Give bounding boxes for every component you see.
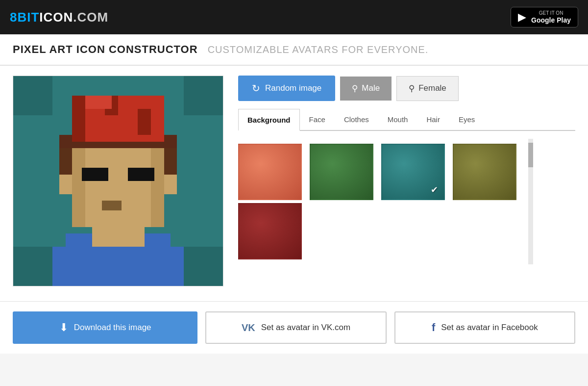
facebook-button[interactable]: f Set as avatar in Facebook bbox=[394, 311, 575, 344]
facebook-icon: f bbox=[432, 321, 435, 334]
tab-clothes[interactable]: Clothes bbox=[335, 109, 378, 130]
title-bar: PIXEL ART ICON CONSTRUCTOR CUSTOMIZABLE … bbox=[0, 34, 588, 66]
category-tabs: Background Face Clothes Mouth Hair Eyes bbox=[238, 109, 575, 131]
female-label: Female bbox=[418, 83, 446, 93]
logo-icon-text: ICON bbox=[39, 10, 73, 25]
svg-rect-20 bbox=[85, 96, 112, 109]
action-bar: ⬇ Download this image VK Set as avatar i… bbox=[0, 301, 588, 354]
swatch-dark-red[interactable] bbox=[238, 203, 302, 259]
top-buttons-row: ↻ Random image ⚲ Male ⚲ Female bbox=[238, 76, 575, 101]
tab-background[interactable]: Background bbox=[238, 109, 300, 131]
tab-hair[interactable]: Hair bbox=[417, 109, 449, 130]
svg-rect-11 bbox=[151, 142, 164, 227]
svg-rect-7 bbox=[157, 247, 184, 286]
scrollbar-thumb[interactable] bbox=[528, 143, 533, 167]
download-label: Download this image bbox=[74, 323, 151, 333]
svg-rect-24 bbox=[164, 175, 177, 194]
random-image-button[interactable]: ↻ Random image bbox=[238, 76, 335, 101]
svg-rect-12 bbox=[82, 168, 108, 181]
female-button[interactable]: ⚲ Female bbox=[396, 76, 459, 101]
google-play-icon: ▶ bbox=[518, 11, 526, 24]
main-content: ↻ Random image ⚲ Male ⚲ Female Backgroun… bbox=[0, 66, 588, 301]
male-icon: ⚲ bbox=[352, 83, 358, 94]
male-button[interactable]: ⚲ Male bbox=[340, 77, 392, 101]
svg-rect-23 bbox=[59, 175, 73, 194]
svg-rect-13 bbox=[128, 168, 154, 181]
svg-rect-2 bbox=[184, 76, 223, 115]
svg-rect-3 bbox=[13, 247, 52, 286]
swatch-olive[interactable] bbox=[453, 144, 516, 200]
vk-icon: VK bbox=[242, 322, 255, 334]
svg-rect-22 bbox=[164, 148, 177, 175]
logo-8bit: 8BIT bbox=[10, 10, 39, 25]
svg-rect-17 bbox=[72, 96, 85, 142]
refresh-icon: ↻ bbox=[252, 82, 260, 94]
avatar-canvas bbox=[13, 76, 223, 286]
svg-rect-10 bbox=[72, 142, 85, 227]
controls-panel: ↻ Random image ⚲ Male ⚲ Female Backgroun… bbox=[238, 76, 575, 291]
swatch-dark-green[interactable] bbox=[310, 144, 373, 200]
svg-rect-4 bbox=[184, 247, 223, 286]
scrollbar-track[interactable] bbox=[528, 139, 533, 264]
download-icon: ⬇ bbox=[59, 321, 68, 334]
svg-rect-6 bbox=[52, 247, 79, 286]
swatch-teal[interactable] bbox=[381, 144, 445, 200]
logo-com: .COM bbox=[73, 10, 108, 25]
swatch-coral[interactable] bbox=[238, 144, 302, 200]
vk-label: Set as avatar in VK.com bbox=[261, 323, 350, 333]
male-label: Male bbox=[362, 83, 380, 93]
logo: 8BITICON.COM bbox=[10, 10, 108, 25]
vk-button[interactable]: VK Set as avatar in VK.com bbox=[205, 311, 386, 344]
download-button[interactable]: ⬇ Download this image bbox=[13, 311, 197, 344]
svg-rect-9 bbox=[72, 142, 164, 227]
svg-rect-14 bbox=[102, 201, 122, 210]
tab-eyes[interactable]: Eyes bbox=[449, 109, 484, 130]
google-play-text: GET IT ON Google Play bbox=[531, 10, 571, 25]
header: 8BITICON.COM ▶ GET IT ON Google Play bbox=[0, 0, 588, 34]
tab-mouth[interactable]: Mouth bbox=[378, 109, 417, 130]
google-play-button[interactable]: ▶ GET IT ON Google Play bbox=[511, 7, 578, 28]
page-subtitle: CUSTOMIZABLE AVATARS FOR EVERYONE. bbox=[208, 44, 429, 55]
color-swatches-grid bbox=[238, 139, 525, 264]
tab-face[interactable]: Face bbox=[300, 109, 335, 130]
page-title: PIXEL ART ICON CONSTRUCTOR bbox=[13, 43, 198, 56]
facebook-label: Set as avatar in Facebook bbox=[441, 323, 538, 333]
random-label: Random image bbox=[265, 83, 321, 93]
svg-rect-19 bbox=[138, 109, 151, 135]
avatar-preview bbox=[13, 76, 223, 286]
svg-rect-21 bbox=[59, 148, 73, 175]
female-icon: ⚲ bbox=[409, 83, 415, 94]
svg-rect-1 bbox=[13, 76, 52, 115]
